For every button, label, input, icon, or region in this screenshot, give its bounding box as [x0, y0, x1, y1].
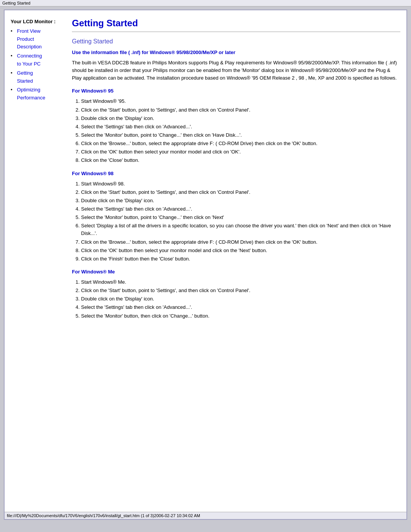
list-item: Select the 'Settings' tab then click on …	[81, 205, 400, 213]
list-item: Click on the 'Start' button, point to 'S…	[81, 106, 400, 114]
list-item: Click on the 'Browse...' button, select …	[81, 238, 400, 246]
list-item: Click on the 'Start' button, point to 'S…	[81, 287, 400, 294]
windowsme-heading: For Windows® Me	[72, 269, 400, 275]
list-item: Click on the 'Finish' button then the 'C…	[81, 255, 400, 263]
list-item: Start Windows® Me.	[81, 278, 400, 286]
bullet-dot-connecting: •	[11, 52, 13, 60]
list-item: Double click on the 'Display' icon.	[81, 197, 400, 204]
list-item: Select the 'Monitor' button, point to 'C…	[81, 131, 400, 139]
windows95-steps: Start Windows® '95. Click on the 'Start'…	[81, 97, 400, 164]
windowsme-steps: Start Windows® Me. Click on the 'Start' …	[81, 278, 400, 320]
page-title: Getting Started	[72, 18, 400, 29]
content-area: Getting Started Getting Started Use the …	[66, 18, 400, 504]
list-item: Start Windows® 98.	[81, 180, 400, 188]
list-item: Click on the 'Start' button, point to 'S…	[81, 189, 400, 196]
windows98-heading: For Windows® 98	[72, 171, 400, 176]
sidebar-item-front-view[interactable]: • Front ViewProductDescription	[11, 27, 62, 51]
list-item: Select 'Display a list of all the driver…	[81, 222, 400, 237]
title-bar-text: Getting Started	[2, 1, 30, 5]
sidebar-item-connecting[interactable]: • Connectingto Your PC	[11, 52, 62, 69]
sidebar: Your LCD Monitor : • Front ViewProductDe…	[11, 18, 66, 504]
section-subtitle: Getting Started	[72, 38, 400, 45]
list-item: Click on the 'Close' button.	[81, 157, 400, 164]
sidebar-item-getting-started[interactable]: • GettingStarted	[11, 69, 62, 86]
info-heading: Use the information file ( .inf) for Win…	[72, 50, 400, 55]
sidebar-title: Your LCD Monitor :	[11, 18, 62, 26]
status-bar: file:///D|/My%20Documents/dfu/170V6/engl…	[5, 512, 406, 519]
bullet-dot-optimizing: •	[11, 86, 13, 94]
sidebar-link-front-view[interactable]: Front ViewProductDescription	[17, 27, 42, 51]
list-item: Double click on the 'Display' icon.	[81, 295, 400, 303]
sidebar-item-optimizing[interactable]: • OptimizingPerformance	[11, 86, 62, 102]
browser-frame: Your LCD Monitor : • Front ViewProductDe…	[4, 10, 407, 520]
windows98-steps: Start Windows® 98. Click on the 'Start' …	[81, 180, 400, 263]
list-item: Click on the 'OK' button then select you…	[81, 247, 400, 254]
sidebar-link-optimizing[interactable]: OptimizingPerformance	[17, 86, 45, 102]
list-item: Select the 'Monitor' button, point to 'C…	[81, 214, 400, 221]
bullet-dot: •	[11, 27, 13, 35]
list-item: Select the 'Settings' tab then click on …	[81, 304, 400, 311]
list-item: Double click on the 'Display' icon.	[81, 115, 400, 122]
divider	[72, 32, 400, 32]
body-text: The built-in VESA DDC2B feature in Phili…	[72, 59, 400, 82]
sidebar-link-connecting[interactable]: Connectingto Your PC	[17, 52, 42, 68]
bullet-dot-getting-started: •	[11, 69, 13, 77]
main-area: Your LCD Monitor : • Front ViewProductDe…	[5, 10, 406, 512]
status-bar-text: file:///D|/My%20Documents/dfu/170V6/engl…	[7, 513, 200, 518]
list-item: Start Windows® '95.	[81, 97, 400, 105]
title-bar: Getting Started	[0, 0, 411, 6]
list-item: Click on the 'Browse...' button, select …	[81, 140, 400, 147]
list-item: Select the 'Settings' tab then click on …	[81, 123, 400, 131]
sidebar-link-getting-started[interactable]: GettingStarted	[17, 69, 33, 85]
list-item: Select the 'Monitor' button, then click …	[81, 312, 400, 320]
windows95-heading: For Windows® 95	[72, 88, 400, 94]
list-item: Click on the 'OK' button then select you…	[81, 148, 400, 156]
